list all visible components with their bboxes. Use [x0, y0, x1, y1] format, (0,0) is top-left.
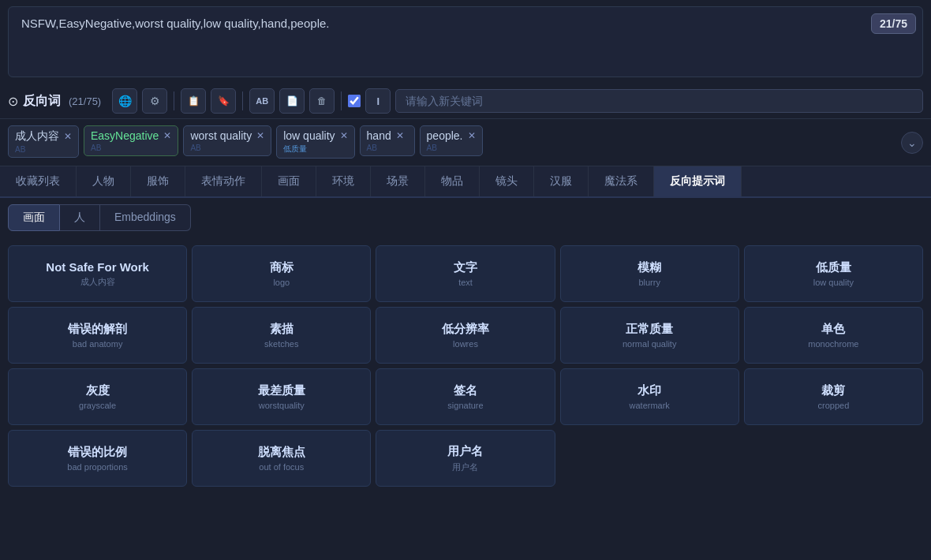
keyword-english: sketches — [264, 339, 298, 349]
keyword-english: lowres — [453, 339, 478, 349]
keyword-chinese: 签名 — [454, 383, 477, 398]
keyword-english: bad proportions — [67, 462, 127, 472]
keyword-chinese: 裁剪 — [821, 383, 845, 398]
keyword-card-blurry[interactable]: 模糊 blurry — [560, 245, 739, 302]
bookmark-button[interactable]: 🔖 — [211, 88, 236, 114]
new-keyword-input[interactable] — [395, 89, 923, 113]
keyword-card-normal-quality[interactable]: 正常质量 normal quality — [560, 307, 739, 364]
ab-button[interactable]: AB — [249, 88, 275, 114]
keyword-chinese: 脱离焦点 — [258, 445, 305, 460]
keyword-chinese: 错误的比例 — [68, 445, 127, 460]
separator-3 — [341, 91, 342, 110]
collapse-icon[interactable]: ⊙ — [8, 94, 18, 109]
keyword-english: normal quality — [623, 339, 676, 349]
section-count: (21/75) — [69, 95, 101, 107]
tag-sub: 低质量 — [283, 144, 307, 155]
keyword-chinese: 低质量 — [816, 260, 851, 275]
category-tabs: 收藏列表人物服饰表情动作画面环境场景物品镜头汉服魔法系反向提示词 — [0, 166, 931, 198]
tag-close-icon[interactable]: ✕ — [64, 131, 72, 142]
category-tab-人物[interactable]: 人物 — [77, 166, 131, 196]
keyword-chinese: 错误的解剖 — [68, 322, 127, 337]
prompt-text: NSFW,EasyNegative,worst quality,low qual… — [21, 17, 329, 30]
keyword-card-bad-anatomy[interactable]: 错误的解剖 bad anatomy — [8, 307, 187, 364]
tags-collapse-button[interactable]: ⌄ — [901, 132, 923, 154]
keyword-card-low-quality[interactable]: 低质量 low quality — [744, 245, 923, 302]
tag-people.[interactable]: people. ✕ AB — [420, 125, 483, 156]
keyword-card-用户名[interactable]: 用户名 用户名 — [376, 430, 555, 487]
keyword-card-monochrome[interactable]: 单色 monochrome — [744, 307, 923, 364]
keyword-chinese: 单色 — [821, 322, 845, 337]
tag-worst-quality[interactable]: worst quality ✕ AB — [183, 125, 271, 156]
category-tab-场景[interactable]: 场景 — [371, 166, 425, 196]
keyword-english: bad anatomy — [73, 339, 123, 349]
keyword-english: worstquality — [259, 401, 305, 410]
sub-tab-画面[interactable]: 画面 — [8, 204, 60, 231]
keyword-card-bad-proportions[interactable]: 错误的比例 bad proportions — [8, 430, 187, 487]
keyword-chinese: 灰度 — [86, 383, 110, 398]
keyword-english: cropped — [818, 401, 850, 410]
globe-button[interactable]: 🌐 — [112, 88, 137, 114]
category-tab-反向提示词[interactable]: 反向提示词 — [654, 166, 742, 196]
keyword-chinese: 最差质量 — [258, 383, 305, 398]
keyword-card-text[interactable]: 文字 text — [376, 245, 555, 302]
tag-low-quality[interactable]: low quality ✕ 低质量 — [276, 125, 354, 159]
keyword-card-grayscale[interactable]: 灰度 grayscale — [8, 368, 187, 425]
cursor-button[interactable]: I — [365, 88, 391, 114]
keyword-chinese: 正常质量 — [626, 322, 673, 337]
keyword-english: out of focus — [259, 462, 304, 472]
category-tab-收藏列表[interactable]: 收藏列表 — [0, 166, 77, 196]
category-tab-镜头[interactable]: 镜头 — [480, 166, 534, 196]
category-tab-表情动作[interactable]: 表情动作 — [185, 166, 262, 196]
keyword-card-out-of-focus[interactable]: 脱离焦点 out of focus — [192, 430, 371, 487]
keyword-card-signature[interactable]: 签名 signature — [376, 368, 555, 425]
keyword-chinese: 文字 — [454, 260, 477, 275]
tag-close-icon[interactable]: ✕ — [340, 130, 348, 141]
category-tab-魔法系[interactable]: 魔法系 — [589, 166, 654, 196]
category-tab-画面[interactable]: 画面 — [262, 166, 316, 196]
keyword-chinese: 水印 — [637, 383, 661, 398]
tag-close-icon[interactable]: ✕ — [163, 130, 171, 141]
keyword-chinese: 素描 — [270, 322, 294, 337]
copy-button[interactable]: 📋 — [181, 88, 206, 114]
sub-tabs: 画面人Embeddings — [0, 198, 931, 237]
delete-button[interactable]: 🗑 — [309, 88, 335, 114]
checkbox-wrapper — [348, 95, 361, 107]
keyword-english: text — [458, 278, 473, 287]
keyword-card-sketches[interactable]: 素描 sketches — [192, 307, 371, 364]
tag-close-icon[interactable]: ✕ — [256, 130, 264, 141]
tags-row: 成人内容 ✕ AB EasyNegative ✕ AB worst qualit… — [0, 119, 931, 166]
keyword-chinese: 商标 — [270, 260, 294, 275]
section-title: 反向词 — [23, 93, 61, 110]
prompt-area: NSFW,EasyNegative,worst quality,low qual… — [8, 6, 923, 77]
settings-button[interactable]: ⚙ — [142, 88, 167, 114]
separator-1 — [174, 91, 174, 110]
keyword-chinese: Not Safe For Work — [46, 260, 149, 274]
keyword-english: logo — [273, 278, 290, 287]
enable-checkbox[interactable] — [348, 95, 361, 107]
keyword-card-成人内容[interactable]: Not Safe For Work 成人内容 — [8, 245, 187, 302]
keyword-english: grayscale — [79, 401, 116, 410]
tag-成人内容[interactable]: 成人内容 ✕ AB — [8, 125, 79, 158]
category-tab-环境[interactable]: 环境 — [316, 166, 371, 196]
keyword-card-watermark[interactable]: 水印 watermark — [560, 368, 739, 425]
tag-close-icon[interactable]: ✕ — [396, 130, 404, 141]
category-tab-物品[interactable]: 物品 — [425, 166, 480, 196]
keyword-card-logo[interactable]: 商标 logo — [192, 245, 371, 302]
paste-button[interactable]: 📄 — [279, 88, 305, 114]
category-tab-汉服[interactable]: 汉服 — [534, 166, 589, 196]
tag-hand[interactable]: hand ✕ AB — [360, 125, 415, 156]
keyword-english: watermark — [630, 401, 670, 410]
keyword-card-worstquality[interactable]: 最差质量 worstquality — [192, 368, 371, 425]
keyword-english: 成人内容 — [80, 276, 115, 288]
toolbar-row: ⊙ 反向词 (21/75) 🌐 ⚙ 📋 🔖 AB 📄 🗑 I — [0, 84, 931, 119]
separator-2 — [242, 91, 243, 110]
tag-easynegative[interactable]: EasyNegative ✕ AB — [84, 125, 178, 156]
keyword-card-cropped[interactable]: 裁剪 cropped — [744, 368, 923, 425]
sub-tab-Embeddings[interactable]: Embeddings — [100, 204, 191, 231]
keyword-card-lowres[interactable]: 低分辨率 lowres — [376, 307, 555, 364]
keyword-english: monochrome — [808, 339, 858, 349]
category-tab-服饰[interactable]: 服饰 — [131, 166, 185, 196]
tag-close-icon[interactable]: ✕ — [468, 130, 476, 141]
sub-tab-人[interactable]: 人 — [60, 204, 100, 231]
keyword-chinese: 用户名 — [447, 444, 483, 459]
